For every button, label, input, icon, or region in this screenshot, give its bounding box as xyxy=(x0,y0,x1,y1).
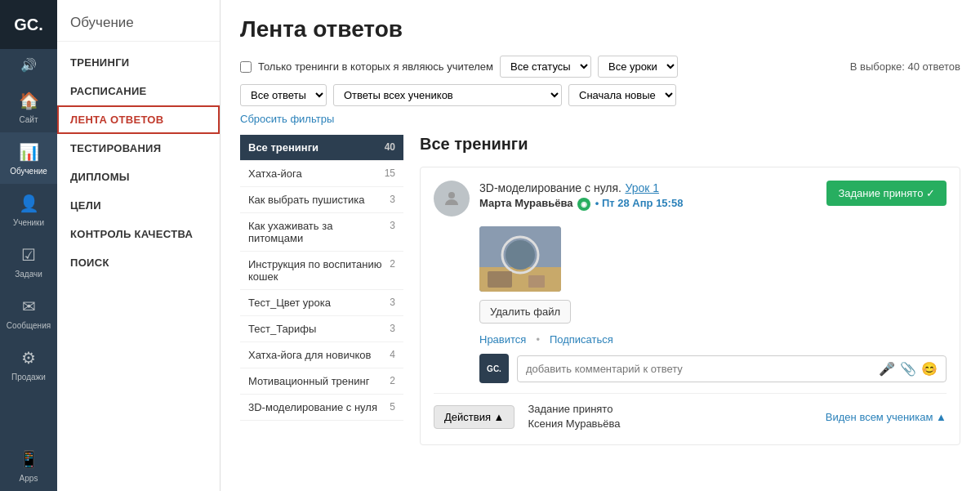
site-label: Сайт xyxy=(19,115,38,124)
like-link[interactable]: Нравится xyxy=(479,333,526,346)
training-count-3: 3 xyxy=(390,220,395,244)
training-item-8[interactable]: Мотивационный тренинг 2 xyxy=(240,368,403,395)
post-footer: Действия ▲ Задание принято Ксения Муравь… xyxy=(434,393,947,431)
chart-icon: 📊 xyxy=(17,141,40,163)
training-label-6: Тест_Тарифы xyxy=(248,323,316,335)
accepted-button[interactable]: Задание принято ✓ xyxy=(826,181,947,206)
nav-item-raspisanie[interactable]: РАСПИСАНИЕ xyxy=(57,77,220,105)
training-item-1[interactable]: Хатха-йога 15 xyxy=(240,161,403,187)
training-count-4: 2 xyxy=(390,258,395,283)
training-item-6[interactable]: Тест_Тарифы 3 xyxy=(240,316,403,342)
apps-label: Apps xyxy=(20,474,38,483)
training-label-2: Как выбрать пушистика xyxy=(248,194,364,206)
answers-select[interactable]: Все ответы xyxy=(240,84,327,106)
sidebar-item-zadachi[interactable]: ☑ Задачи xyxy=(0,235,57,287)
nav-item-lenta[interactable]: ЛЕНТА ОТВЕТОВ xyxy=(57,105,220,134)
zadachi-label: Задачи xyxy=(15,270,42,279)
actions-button[interactable]: Действия ▲ xyxy=(434,405,514,429)
footer-status-line2: Ксения Муравьёва xyxy=(528,417,620,431)
sidebar-item-prodazhi[interactable]: ⚙ Продажи xyxy=(0,338,57,390)
post-actions-row: Нравится • Подписаться xyxy=(479,333,947,346)
training-count-2: 3 xyxy=(390,194,395,206)
tseli-link[interactable]: ЦЕЛИ xyxy=(57,191,220,220)
obuchenie-label: Обучение xyxy=(10,167,47,176)
filters-row-1: Только тренинги в которых я являюсь учит… xyxy=(240,56,960,78)
emoji-icon[interactable]: 😊 xyxy=(921,361,938,377)
visibility-link[interactable]: Виден всем ученикам ▲ xyxy=(826,411,947,423)
icon-sidebar: GC. 🔊 🏠 Сайт 📊 Обучение 👤 Ученики ☑ Зада… xyxy=(0,0,57,491)
microphone-icon[interactable]: 🎤 xyxy=(879,361,895,377)
teacher-filter-checkbox[interactable] xyxy=(240,61,252,73)
diplomy-link[interactable]: ДИПЛОМЫ xyxy=(57,163,220,191)
author-name: Марта Муравьёва xyxy=(479,197,573,209)
sidebar-item-soobsheniya[interactable]: ✉ Сообщения xyxy=(0,287,57,338)
filters-row-2: Все ответы Ответы всех учеников Сначала … xyxy=(240,84,960,106)
sidebar-item-obuchenie[interactable]: 📊 Обучение xyxy=(0,132,57,184)
sidebar-item-site[interactable]: 🏠 Сайт xyxy=(0,81,57,132)
comment-row: GC. 🎤 📎 😊 xyxy=(479,354,947,383)
testirovaniya-link[interactable]: ТЕСТИРОВАНИЯ xyxy=(57,134,220,163)
training-item-2[interactable]: Как выбрать пушистика 3 xyxy=(240,187,403,213)
comment-input[interactable] xyxy=(526,363,874,375)
ucheniki-label: Ученики xyxy=(13,218,44,227)
training-count-6: 3 xyxy=(390,323,395,335)
check-icon: ☑ xyxy=(17,243,40,266)
nav-item-poisk[interactable]: ПОИСК xyxy=(57,248,220,277)
subscribe-link[interactable]: Подписаться xyxy=(550,333,613,346)
footer-status: Задание принято Ксения Муравьёва xyxy=(528,402,620,431)
training-item-5[interactable]: Тест_Цвет урока 3 xyxy=(240,290,403,316)
kachestvo-link[interactable]: КОНТРОЛЬ КАЧЕСТВА xyxy=(57,220,220,248)
lenta-link[interactable]: ЛЕНТА ОТВЕТОВ xyxy=(57,105,220,134)
lesson-link[interactable]: Урок 1 xyxy=(625,181,659,194)
training-label-9: 3D-моделирование с нуля xyxy=(248,401,377,413)
delete-file-button[interactable]: Удалить файл xyxy=(479,300,571,324)
soobsheniya-label: Сообщения xyxy=(7,321,51,330)
training-count-8: 2 xyxy=(390,375,395,387)
svg-rect-6 xyxy=(528,275,545,288)
sort-select[interactable]: Сначала новые xyxy=(568,84,676,106)
status-select[interactable]: Все статусы xyxy=(500,56,591,78)
attachment-icon[interactable]: 📎 xyxy=(900,361,916,377)
post-course-title: 3D-моделирование с нуля. Урок 1 xyxy=(479,181,817,195)
lessons-select[interactable]: Все уроки xyxy=(598,56,678,78)
text-sidebar: Обучение ТРЕНИНГИ РАСПИСАНИЕ ЛЕНТА ОТВЕТ… xyxy=(57,0,220,491)
svg-rect-5 xyxy=(488,271,512,288)
post-author: Марта Муравьёва ◉ • Пт 28 Апр 15:58 xyxy=(479,197,817,211)
comment-logo-text: GC. xyxy=(487,364,501,373)
reset-filters-link[interactable]: Сбросить фильтры xyxy=(240,113,334,125)
nav-item-kachestvo[interactable]: КОНТРОЛЬ КАЧЕСТВА xyxy=(57,220,220,248)
course-name: 3D-моделирование с нуля. xyxy=(479,181,621,194)
nav-item-testirovaniya[interactable]: ТЕСТИРОВАНИЯ xyxy=(57,134,220,163)
nav-item-tseli[interactable]: ЦЕЛИ xyxy=(57,191,220,220)
nav-item-diplomy[interactable]: ДИПЛОМЫ xyxy=(57,163,220,191)
user-icon: 👤 xyxy=(17,192,40,215)
raspisanie-link[interactable]: РАСПИСАНИЕ xyxy=(57,77,220,105)
training-item-9[interactable]: 3D-моделирование с нуля 5 xyxy=(240,395,403,421)
training-item-4[interactable]: Инструкция по воспитанию кошек 2 xyxy=(240,252,403,290)
svg-point-4 xyxy=(506,240,535,270)
comment-input-wrap[interactable]: 🎤 📎 😊 xyxy=(517,355,947,382)
mail-icon: ✉ xyxy=(17,295,40,318)
post-image-wrap: Удалить файл xyxy=(479,226,947,333)
training-label-4: Инструкция по воспитанию кошек xyxy=(248,258,390,283)
nav-menu: ТРЕНИНГИ РАСПИСАНИЕ ЛЕНТА ОТВЕТОВ ТЕСТИР… xyxy=(57,42,220,283)
students-select[interactable]: Ответы всех учеников xyxy=(333,84,562,106)
sidebar-item-apps[interactable]: 📱 Apps xyxy=(0,440,57,491)
prodazhi-label: Продажи xyxy=(11,373,46,382)
filter-count: В выборке: 40 ответов xyxy=(850,60,960,73)
training-item-3[interactable]: Как ухаживать за питомцами 3 xyxy=(240,213,403,252)
training-item-7[interactable]: Хатха-йога для новичков 4 xyxy=(240,342,403,368)
training-label-5: Тест_Цвет урока xyxy=(248,297,331,309)
training-count-9: 5 xyxy=(390,401,395,413)
post-date: • Пт 28 Апр 15:58 xyxy=(595,197,684,209)
treningi-link[interactable]: ТРЕНИНГИ xyxy=(57,48,220,77)
page-title: Лента ответов xyxy=(240,16,960,42)
training-item-all[interactable]: Все тренинги 40 xyxy=(240,135,403,161)
comment-avatar: GC. xyxy=(479,354,509,383)
poisk-link[interactable]: ПОИСК xyxy=(57,248,220,277)
training-list: Все тренинги 40 Хатха-йога 15 Как выбрат… xyxy=(240,135,403,455)
speaker-icon: 🔊 xyxy=(20,49,37,81)
nav-item-treningi[interactable]: ТРЕНИНГИ xyxy=(57,48,220,77)
sidebar-item-ucheniki[interactable]: 👤 Ученики xyxy=(0,184,57,235)
home-icon: 🏠 xyxy=(17,89,40,112)
